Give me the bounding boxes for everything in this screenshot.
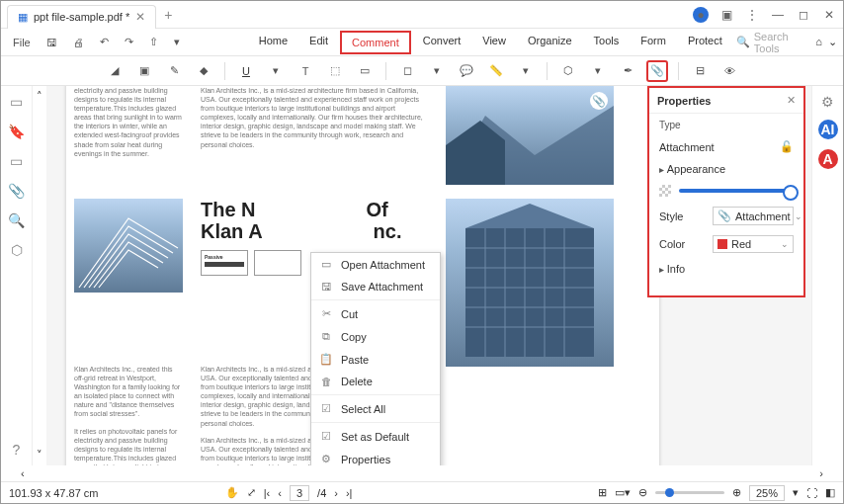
menu-select-all[interactable]: ☑Select All: [311, 397, 440, 420]
scroll-down-icon[interactable]: ˅: [37, 449, 42, 462]
callout-icon[interactable]: ⬚: [324, 60, 346, 82]
color-select[interactable]: Red⌄: [713, 235, 794, 253]
menu-save-attachment[interactable]: 🖫Save Attachment: [311, 276, 440, 297]
kebab-icon[interactable]: ⋮: [744, 7, 760, 23]
collapse-icon[interactable]: ⌄: [828, 36, 837, 48]
redo-icon[interactable]: ↷: [119, 32, 139, 52]
thumbnails-icon[interactable]: ▭: [10, 94, 23, 110]
eraser-icon[interactable]: ◆: [193, 60, 214, 82]
hand-icon[interactable]: ✋: [225, 486, 239, 499]
style-select[interactable]: 📎Attachment⌄: [713, 207, 794, 225]
app-menu-icon[interactable]: ▣: [718, 7, 734, 23]
avatar[interactable]: ●: [693, 7, 709, 23]
image: [74, 199, 183, 293]
menu-properties[interactable]: ⚙Properties: [311, 448, 440, 465]
reading-mode-icon[interactable]: ◧: [825, 486, 835, 499]
image: 📎: [446, 86, 614, 185]
first-page-icon[interactable]: |‹: [264, 487, 271, 499]
search-panel-icon[interactable]: ▭: [10, 153, 23, 169]
page-input[interactable]: 3: [290, 485, 309, 501]
dropdown-icon[interactable]: ▾: [168, 32, 186, 52]
menu-set-default[interactable]: ☑Set as Default: [311, 425, 440, 448]
layers-icon[interactable]: ⬡: [11, 242, 23, 258]
new-tab-button[interactable]: +: [164, 7, 172, 23]
zoom-value[interactable]: 25%: [749, 485, 785, 501]
help-icon[interactable]: ?: [13, 442, 21, 458]
highlight-icon[interactable]: ◢: [104, 60, 126, 82]
scroll-left-icon[interactable]: ‹: [21, 467, 25, 479]
page-total: /4: [317, 487, 326, 499]
undo-icon[interactable]: ↶: [94, 32, 115, 52]
paste-icon: 📋: [319, 353, 333, 366]
status-bar: 101.93 x 47.87 cm ✋ ⤢ |‹ ‹ 3 /4 › ›| ⊞ ▭…: [1, 481, 843, 503]
print-icon[interactable]: 🖨: [67, 33, 90, 52]
zoom-slider[interactable]: [655, 491, 724, 494]
zoom-out-icon[interactable]: ⊖: [638, 486, 647, 499]
scroll-up-icon[interactable]: ˄: [37, 90, 42, 103]
search-input[interactable]: Search Tools: [754, 31, 801, 54]
textbox-icon[interactable]: ▭: [354, 60, 376, 82]
attachment-icon[interactable]: 📎: [646, 60, 668, 82]
tab-comment[interactable]: Comment: [340, 31, 411, 54]
file-menu[interactable]: File: [7, 33, 37, 52]
tab-organize[interactable]: Organize: [518, 31, 582, 54]
save-icon[interactable]: 🖫: [41, 33, 63, 52]
scroll-right-icon[interactable]: ›: [819, 467, 823, 479]
tab-close-icon[interactable]: ✕: [135, 10, 145, 24]
hide-icon[interactable]: 👁: [718, 60, 740, 82]
caret-down-icon[interactable]: ▾: [265, 60, 287, 82]
menu-cut[interactable]: ✂Cut: [311, 302, 440, 325]
close-icon[interactable]: ✕: [821, 7, 837, 23]
caret-down-icon[interactable]: ▾: [515, 60, 537, 82]
tab-form[interactable]: Form: [631, 31, 676, 54]
caret-down-icon[interactable]: ▾: [426, 60, 448, 82]
note-icon[interactable]: 💬: [456, 60, 477, 82]
tab-convert[interactable]: Convert: [413, 31, 471, 54]
tab-tools[interactable]: Tools: [584, 31, 630, 54]
panel-close-icon[interactable]: ✕: [787, 94, 796, 107]
tab-home[interactable]: Home: [249, 31, 297, 54]
attachment-panel-icon[interactable]: 📎: [8, 183, 25, 199]
fit-icon[interactable]: ⊞: [598, 486, 607, 499]
underline-icon[interactable]: U: [235, 60, 257, 82]
zoom-in-icon[interactable]: ⊕: [732, 486, 741, 499]
comments-panel-icon[interactable]: ⊟: [689, 60, 711, 82]
search-icon[interactable]: 🔍: [736, 36, 750, 48]
opacity-slider[interactable]: [679, 189, 794, 193]
area-highlight-icon[interactable]: ▣: [133, 60, 155, 82]
tab-edit[interactable]: Edit: [299, 31, 338, 54]
lock-icon[interactable]: 🔓: [780, 140, 794, 153]
color-label: Color: [659, 238, 685, 250]
shape-icon[interactable]: ◻: [396, 60, 418, 82]
gear-icon: ⚙: [319, 453, 333, 465]
bookmark-icon[interactable]: 🔖: [8, 124, 25, 139]
measure-icon[interactable]: 📏: [485, 60, 507, 82]
menu-delete[interactable]: 🗑Delete: [311, 371, 440, 392]
ai-icon[interactable]: AI: [818, 120, 838, 139]
pencil-icon[interactable]: ✎: [163, 60, 185, 82]
signature-icon[interactable]: ✒: [617, 60, 638, 82]
find-icon[interactable]: 🔍: [8, 212, 25, 228]
menu-paste[interactable]: 📋Paste: [311, 348, 440, 371]
stamp-icon[interactable]: ⬡: [557, 60, 579, 82]
last-page-icon[interactable]: ›|: [346, 487, 353, 499]
menu-open-attachment[interactable]: ▭Open Attachment: [311, 253, 440, 276]
expand-up-icon[interactable]: ⌂: [815, 36, 822, 48]
maximize-icon[interactable]: ◻: [796, 7, 811, 23]
caret-down-icon[interactable]: ▾: [587, 60, 609, 82]
minimize-icon[interactable]: —: [770, 7, 786, 23]
menu-copy[interactable]: ⧉Copy: [311, 325, 440, 348]
settings-icon[interactable]: ⚙: [821, 94, 834, 110]
text-icon[interactable]: T: [295, 60, 316, 82]
fit-page-icon[interactable]: ⛶: [806, 487, 817, 499]
prev-page-icon[interactable]: ‹: [278, 487, 282, 499]
share-icon[interactable]: ⇧: [143, 32, 164, 52]
document-tab[interactable]: ▦ ppt file-sample.pdf * ✕: [7, 5, 156, 29]
tab-protect[interactable]: Protect: [678, 31, 732, 54]
ai-icon-2[interactable]: A: [818, 149, 838, 169]
next-page-icon[interactable]: ›: [334, 487, 338, 499]
view-mode-icon[interactable]: ▭▾: [615, 486, 631, 499]
select-icon[interactable]: ⤢: [247, 486, 256, 499]
attachment-annotation-icon[interactable]: 📎: [590, 92, 608, 110]
tab-view[interactable]: View: [472, 31, 516, 54]
